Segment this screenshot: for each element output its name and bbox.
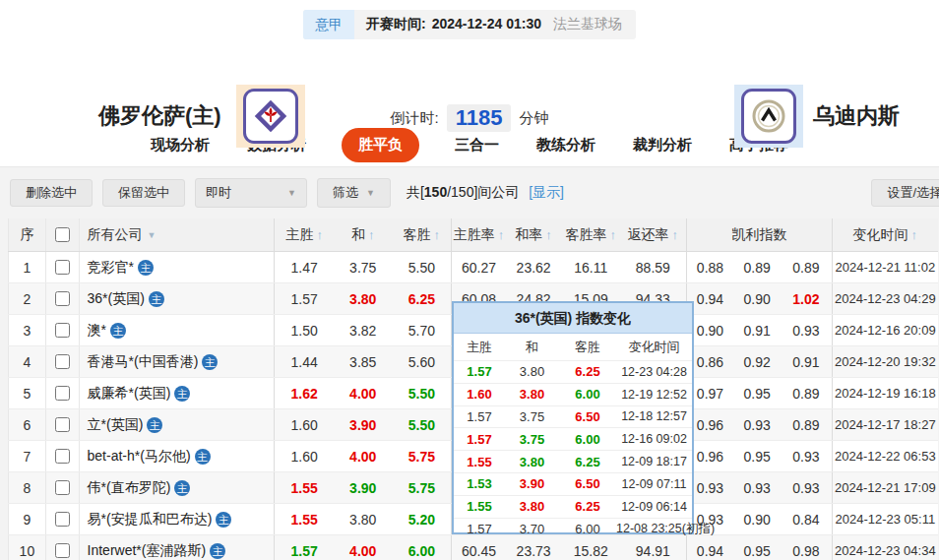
company-cell[interactable]: bet-at-h*(马尔他)主 xyxy=(79,441,275,471)
venue-name: 法兰基球场 xyxy=(553,16,636,33)
kelly-cell: 0.88 xyxy=(686,252,734,282)
company-name: 立*(英国) xyxy=(88,416,144,434)
odds-cell: 6.00 xyxy=(393,535,452,560)
popup-time-cell: 12-09 07:11 xyxy=(616,477,692,491)
company-cell[interactable]: Interwet*(塞浦路斯)主 xyxy=(79,535,275,560)
row-index: 9 xyxy=(8,504,45,534)
tab-3[interactable]: 胜平负 xyxy=(342,128,419,162)
popup-row: 1.573.706.0012-08 23:25(初指) xyxy=(454,518,692,540)
row-checkbox[interactable] xyxy=(55,480,70,495)
sort-up-icon: ↑ xyxy=(545,227,552,242)
row-checkbox-cell xyxy=(45,283,79,314)
change-time-cell: 2024-12-19 16:18 xyxy=(832,378,938,408)
popup-odds-cell: 3.90 xyxy=(505,476,559,491)
company-cell[interactable]: 易*(安提瓜和巴布达)主 xyxy=(79,504,275,534)
kelly-cell: 0.89 xyxy=(733,252,781,282)
table-header-row: 序 所有公司▼ 主胜↑ 和↑ 客胜↑ 主胜率↑ 和率↑ 客胜率↑ 返还率↑ 凯利… xyxy=(8,218,938,252)
popup-time-cell: 12-23 04:28 xyxy=(616,365,692,379)
row-index: 10 xyxy=(8,535,45,560)
change-time-cell: 2024-12-23 04:34 xyxy=(832,535,938,560)
header-draw-odds[interactable]: 和↑ xyxy=(334,218,393,251)
popup-row: 1.573.806.2512-23 04:28 xyxy=(454,360,692,383)
company-count: 共[150/150]间公司 [显示] xyxy=(407,184,564,202)
row-checkbox[interactable] xyxy=(55,260,70,275)
countdown-unit: 分钟 xyxy=(519,109,548,128)
select-all-checkbox[interactable] xyxy=(55,227,70,242)
popup-header-away: 客胜 xyxy=(559,339,616,356)
header-home-rate[interactable]: 主胜率↑ xyxy=(451,218,506,251)
tab-4[interactable]: 三合一 xyxy=(453,128,501,162)
row-checkbox[interactable] xyxy=(55,291,70,306)
row-checkbox[interactable] xyxy=(55,449,70,464)
kelly-cell: 0.91 xyxy=(781,346,832,377)
tab-5[interactable]: 教练分析 xyxy=(534,128,597,162)
settings-select-button[interactable]: 设置/选择 xyxy=(871,179,939,207)
rate-cell: 88.59 xyxy=(620,252,686,282)
odds-cell: 3.82 xyxy=(334,315,393,345)
popup-odds-cell: 6.50 xyxy=(559,476,616,491)
row-checkbox-cell xyxy=(45,535,79,560)
company-cell[interactable]: 威廉希*(英国)主 xyxy=(79,378,275,408)
row-index: 5 xyxy=(8,378,45,408)
header-change-time[interactable]: 变化时间↑ xyxy=(832,218,938,251)
header-away-odds[interactable]: 客胜↑ xyxy=(393,218,452,251)
header-home-odds[interactable]: 主胜↑ xyxy=(274,218,334,251)
row-checkbox[interactable] xyxy=(55,512,70,527)
header-draw-rate[interactable]: 和率↑ xyxy=(506,218,562,251)
sort-up-icon: ↑ xyxy=(609,227,616,242)
company-name: 竞彩官* xyxy=(88,259,134,277)
show-link[interactable]: [显示] xyxy=(529,184,564,200)
row-checkbox[interactable] xyxy=(55,543,70,558)
table-toolbar: 删除选中 保留选中 即时 ▼ 筛选 ▼ 共[150/150]间公司 [显示] 设… xyxy=(0,167,939,218)
main-company-badge-icon: 主 xyxy=(202,354,218,370)
delete-selected-button[interactable]: 删除选中 xyxy=(10,179,93,207)
header-payout-rate[interactable]: 返还率↑ xyxy=(620,218,686,251)
odds-cell: 1.60 xyxy=(274,441,334,471)
company-name: Interwet*(塞浦路斯) xyxy=(88,542,207,560)
keep-selected-button[interactable]: 保留选中 xyxy=(102,179,185,207)
tab-6[interactable]: 裁判分析 xyxy=(631,128,694,162)
popup-odds-cell: 3.80 xyxy=(505,387,559,402)
tab-1[interactable]: 现场分析 xyxy=(149,128,212,162)
header-company[interactable]: 所有公司▼ xyxy=(79,218,275,251)
row-checkbox[interactable] xyxy=(55,386,70,401)
change-time-cell: 2024-12-16 20:09 xyxy=(832,315,938,345)
instant-dropdown[interactable]: 即时 ▼ xyxy=(195,178,307,208)
odds-cell: 5.60 xyxy=(393,346,452,377)
odds-cell: 1.47 xyxy=(274,252,334,282)
company-cell[interactable]: 澳*主 xyxy=(79,315,275,345)
change-time-cell: 2024-12-22 06:53 xyxy=(832,441,938,471)
row-index: 4 xyxy=(8,346,45,377)
header-kelly-index: 凯利指数 xyxy=(686,218,832,251)
sort-up-icon: ↑ xyxy=(498,227,505,242)
company-cell[interactable]: 伟*(直布罗陀)主 xyxy=(79,472,275,503)
odds-cell: 5.75 xyxy=(393,441,452,471)
company-cell[interactable]: 立*(英国)主 xyxy=(79,409,275,440)
count-suffix: /150]间公司 xyxy=(447,184,519,200)
company-cell[interactable]: 竞彩官*主 xyxy=(79,252,275,282)
row-checkbox[interactable] xyxy=(55,323,70,338)
odds-cell: 1.57 xyxy=(274,535,334,560)
row-index: 2 xyxy=(8,283,45,314)
filter-dropdown[interactable]: 筛选 ▼ xyxy=(317,178,391,208)
odds-cell: 1.55 xyxy=(274,504,334,534)
odds-cell: 5.50 xyxy=(393,409,452,440)
company-cell[interactable]: 香港马*(中国香港)主 xyxy=(79,346,275,377)
kelly-cell: 0.94 xyxy=(686,535,734,560)
odds-cell: 3.75 xyxy=(334,252,393,282)
header-away-rate[interactable]: 客胜率↑ xyxy=(561,218,620,251)
main-company-badge-icon: 主 xyxy=(149,291,164,307)
change-time-cell: 2024-12-21 11:02 xyxy=(832,252,938,282)
row-checkbox[interactable] xyxy=(55,417,70,432)
popup-header-row: 主胜 和 客胜 变化时间 xyxy=(454,334,692,360)
company-name: 澳* xyxy=(88,322,106,340)
company-name: 36*(英国) xyxy=(88,290,145,308)
popup-odds-cell: 3.70 xyxy=(505,522,559,536)
odds-cell: 4.00 xyxy=(334,535,393,560)
odds-cell: 3.85 xyxy=(334,346,393,377)
odds-cell: 1.55 xyxy=(274,472,334,503)
company-cell[interactable]: 36*(英国)主 xyxy=(79,283,275,314)
count-value: 150 xyxy=(424,184,447,200)
row-checkbox[interactable] xyxy=(55,354,70,369)
popup-odds-cell: 1.57 xyxy=(454,364,505,379)
